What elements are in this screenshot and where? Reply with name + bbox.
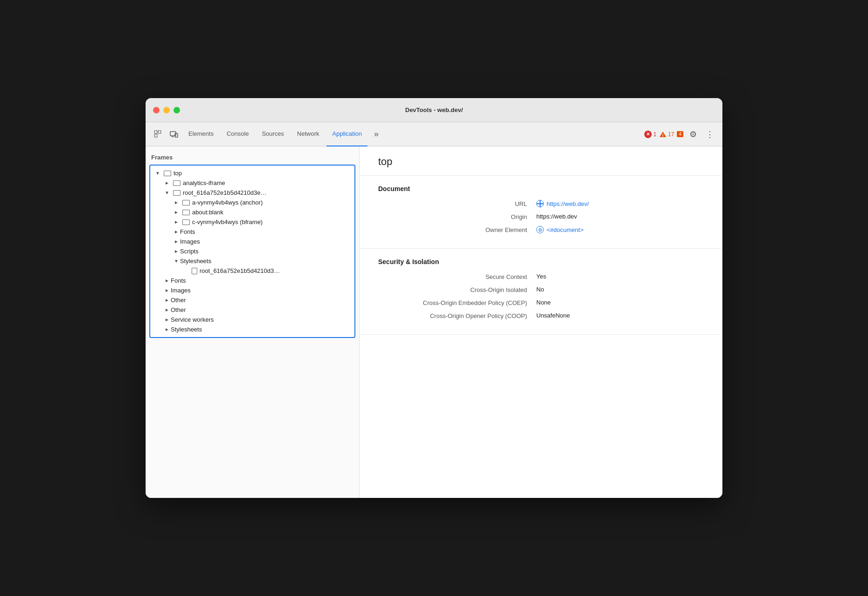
tab-network[interactable]: Network: [292, 122, 325, 146]
owner-element-link[interactable]: <#document>: [547, 226, 584, 233]
frame-icon-about-blank: [182, 210, 190, 215]
responsive-design-button[interactable]: [167, 127, 181, 141]
tree-item-stylesheet-file[interactable]: root_616a752e1b5d4210d3…: [150, 266, 354, 276]
label-images-inner: Images: [180, 238, 200, 245]
document-heading: Document: [378, 185, 704, 192]
label-bframe: c-vynmy4vb4wys (bframe): [192, 219, 263, 225]
coop-row: Cross-Origin Opener Policy (COOP) Unsafe…: [378, 312, 704, 319]
label-top: top: [174, 170, 182, 177]
document-section: Document URL https://web.dev/ Origin htt…: [360, 176, 722, 249]
arrow-service-workers: [163, 317, 171, 322]
tree-item-images-outer[interactable]: Images: [150, 285, 354, 295]
url-link[interactable]: https://web.dev/: [547, 200, 589, 207]
tree-item-root[interactable]: root_616a752e1b5d4210d3e…: [150, 188, 354, 198]
coep-label: Cross-Origin Embedder Policy (COEP): [378, 299, 536, 306]
tree-item-bframe[interactable]: c-vynmy4vb4wys (bframe): [150, 217, 354, 227]
label-stylesheets-inner: Stylesheets: [180, 258, 211, 265]
main-content: Frames top analytics-iframe: [146, 146, 722, 498]
inspect-element-button[interactable]: [151, 127, 165, 141]
coop-value: UnsafeNone: [536, 312, 570, 319]
page-title: top: [378, 156, 704, 168]
maximize-button[interactable]: [174, 107, 180, 113]
svg-rect-1: [158, 131, 161, 133]
label-other2: Other: [171, 306, 186, 313]
close-button[interactable]: [153, 107, 160, 113]
error-icon: ✕: [644, 131, 652, 138]
tree-item-other2[interactable]: Other: [150, 305, 354, 315]
arrow-root: [163, 190, 171, 195]
arrow-stylesheets-outer: [163, 327, 171, 332]
svg-rect-4: [175, 133, 178, 137]
url-label: URL: [378, 200, 536, 207]
frame-icon-root: [173, 190, 180, 196]
coop-label: Cross-Origin Opener Policy (COOP): [378, 312, 536, 319]
tree-item-about-blank[interactable]: about:blank: [150, 207, 354, 217]
arrow-other2: [163, 307, 171, 312]
arrow-other1: [163, 298, 171, 303]
arrow-images-inner: [173, 239, 180, 244]
devtools-window: DevTools - web.dev/ Elements Console Sou…: [146, 98, 722, 498]
cross-origin-isolated-row: Cross-Origin Isolated No: [378, 286, 704, 293]
arrow-anchor: [173, 200, 180, 205]
cross-origin-isolated-label: Cross-Origin Isolated: [378, 286, 536, 293]
owner-element-value: ⊙ <#document>: [536, 226, 584, 233]
tree-item-stylesheets-inner[interactable]: Stylesheets: [150, 256, 354, 266]
tree-item-anchor[interactable]: a-vynmy4vb4wys (anchor): [150, 198, 354, 207]
secure-context-label: Secure Context: [378, 273, 536, 280]
tab-sources[interactable]: Sources: [256, 122, 290, 146]
arrow-fonts-outer: [163, 278, 171, 283]
arrow-scripts-inner: [173, 249, 180, 254]
tree-item-top[interactable]: top: [150, 168, 354, 178]
frame-icon-top: [164, 171, 171, 176]
tree-item-analytics[interactable]: analytics-iframe: [150, 178, 354, 188]
label-fonts-inner: Fonts: [180, 228, 195, 235]
svg-rect-0: [154, 131, 157, 133]
label-anchor: a-vynmy4vb4wys (anchor): [192, 199, 263, 206]
error-badge[interactable]: ✕ 1: [644, 131, 656, 138]
cross-origin-isolated-value: No: [536, 286, 544, 293]
tree-item-service-workers[interactable]: Service workers: [150, 315, 354, 324]
arrow-top: [154, 171, 161, 176]
sidebar: Frames top analytics-iframe: [146, 146, 360, 498]
tab-elements[interactable]: Elements: [183, 122, 219, 146]
info-badge[interactable]: 4: [677, 131, 683, 137]
frame-icon-anchor: [182, 200, 190, 205]
minimize-button[interactable]: [163, 107, 170, 113]
warning-badge[interactable]: ! 17: [659, 131, 674, 138]
tree-item-other1[interactable]: Other: [150, 295, 354, 305]
origin-row: Origin https://web.dev: [378, 213, 704, 220]
label-root: root_616a752e1b5d4210d3e…: [183, 189, 267, 196]
more-options-button[interactable]: ⋮: [703, 127, 717, 141]
content-header: top: [360, 146, 722, 176]
globe-icon: [536, 200, 544, 207]
frames-label: Frames: [146, 152, 359, 165]
owner-element-label: Owner Element: [378, 226, 536, 233]
tab-application[interactable]: Application: [327, 122, 367, 146]
coep-value: None: [536, 299, 551, 306]
window-title: DevTools - web.dev/: [405, 106, 463, 113]
titlebar: DevTools - web.dev/: [146, 98, 722, 122]
tree-item-fonts-inner[interactable]: Fonts: [150, 227, 354, 237]
frame-icon-bframe: [182, 219, 190, 225]
svg-rect-2: [154, 134, 157, 137]
tree-item-scripts-inner[interactable]: Scripts: [150, 246, 354, 256]
arrow-about-blank: [173, 210, 180, 215]
frame-icon-analytics: [173, 180, 180, 186]
file-icon-stylesheet: [192, 268, 197, 274]
tab-console[interactable]: Console: [221, 122, 254, 146]
warning-icon: !: [659, 131, 667, 138]
tree-item-fonts-outer[interactable]: Fonts: [150, 276, 354, 285]
tree-item-stylesheets-outer[interactable]: Stylesheets: [150, 324, 354, 334]
security-section: Security & Isolation Secure Context Yes …: [360, 249, 722, 335]
label-about-blank: about:blank: [192, 209, 223, 216]
info-icon: 4: [677, 131, 683, 137]
frames-tree: top analytics-iframe root_616a752e1b5d42…: [149, 165, 355, 338]
arrow-fonts-inner: [173, 229, 180, 234]
label-analytics: analytics-iframe: [183, 179, 225, 186]
arrow-analytics: [163, 180, 171, 185]
settings-button[interactable]: ⚙: [686, 127, 700, 141]
label-service-workers: Service workers: [171, 316, 214, 323]
tree-item-images-inner[interactable]: Images: [150, 237, 354, 246]
more-tabs-button[interactable]: »: [369, 127, 383, 141]
label-other1: Other: [171, 297, 186, 304]
